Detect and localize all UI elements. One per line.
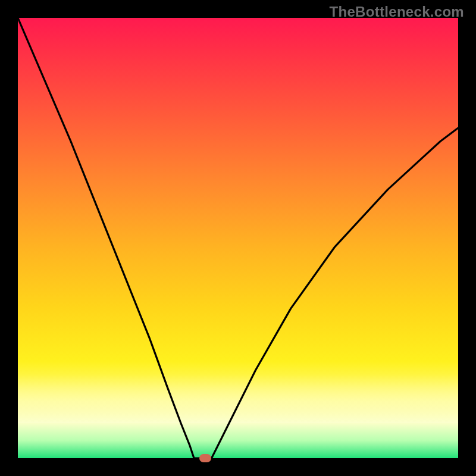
chart-frame: TheBottleneck.com — [0, 0, 476, 476]
watermark-text: TheBottleneck.com — [330, 4, 464, 20]
plot-area — [18, 18, 458, 458]
optimal-point-marker — [199, 454, 211, 462]
bottleneck-curve — [18, 18, 458, 458]
